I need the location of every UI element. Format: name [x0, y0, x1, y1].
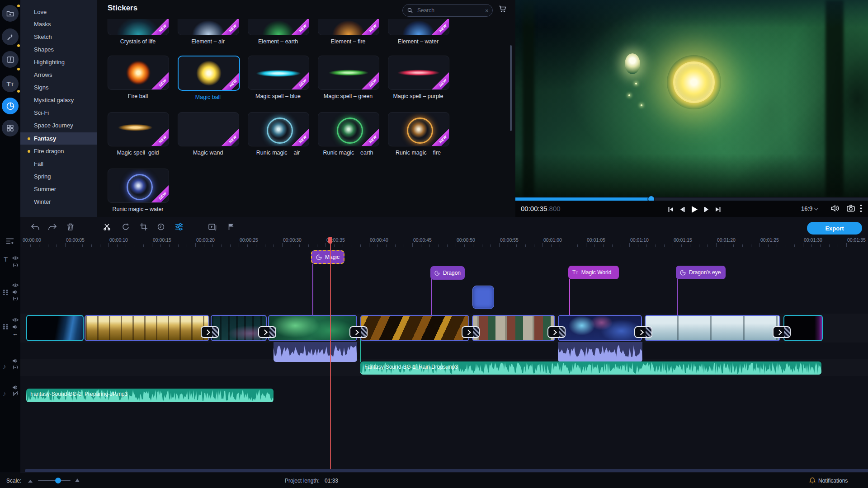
track-manager-icon[interactable] [6, 238, 14, 244]
more-tools-button[interactable] [2, 120, 19, 136]
linked-audio-waveform[interactable] [558, 342, 642, 362]
snapshot-camera-icon[interactable] [847, 205, 855, 212]
store-cart-icon[interactable] [499, 5, 507, 13]
sticker-cell[interactable]: NEWElement – fire [318, 19, 378, 45]
clip-properties-sliders-button[interactable] [174, 222, 184, 232]
sticker-clip-dragons-eye[interactable]: Dragon's eye [676, 266, 726, 279]
marker-flag-button[interactable] [226, 222, 236, 232]
sticker-cell[interactable]: NEWMagic spell – blue [248, 56, 308, 99]
category-mystical-galaxy[interactable]: Mystical galaxy [20, 94, 101, 106]
sticker-clip-dragon[interactable]: Dragon [430, 266, 465, 280]
transition-icon[interactable] [634, 326, 652, 338]
clear-search-icon[interactable]: × [485, 7, 489, 14]
go-to-end-button[interactable] [715, 206, 721, 212]
split-scissors-button[interactable] [102, 222, 112, 232]
scale-slider-track[interactable] [38, 480, 71, 481]
category-fall[interactable]: Fall [20, 158, 101, 170]
filters-button[interactable] [2, 28, 19, 45]
sticker-cell[interactable]: NEWElement – earth [248, 19, 308, 45]
notifications-bell-icon[interactable] [809, 477, 816, 484]
video-clip-5[interactable] [360, 315, 469, 341]
track-arrow-left-icon[interactable]: ← [12, 330, 18, 337]
zoom-out-button[interactable] [28, 480, 33, 483]
rotate-button[interactable] [121, 222, 131, 232]
volume-icon[interactable] [831, 205, 840, 212]
sticker-cell[interactable]: NEWElement – air [178, 19, 238, 45]
sticker-cell[interactable]: NEWMagic spell – green [318, 56, 378, 99]
track-visibility-eye-icon[interactable] [12, 318, 19, 322]
video-clip-2[interactable] [85, 315, 209, 341]
import-media-button[interactable] [2, 5, 19, 22]
search-input[interactable] [416, 7, 477, 14]
category-winter[interactable]: Winter [20, 196, 101, 208]
aspect-ratio-select[interactable]: 16:9 [801, 205, 818, 212]
video-clip-7[interactable] [558, 315, 642, 341]
category-signs[interactable]: Signs [20, 81, 101, 94]
playhead-line[interactable] [330, 237, 331, 469]
sticker-cell[interactable]: NEWRunic magic – fire [388, 112, 448, 156]
category-sci-fi[interactable]: Sci-Fi [20, 107, 101, 119]
track-mute-speaker-icon[interactable] [12, 290, 18, 295]
transitions-button[interactable] [2, 51, 19, 68]
transition-icon[interactable] [258, 326, 276, 338]
stickers-button[interactable] [2, 98, 19, 114]
stickers-scrollbar[interactable] [510, 45, 512, 131]
track-visibility-eye-icon[interactable] [12, 283, 19, 287]
track-link-icon[interactable] [12, 365, 19, 370]
sticker-clip-magic[interactable]: Magic [311, 250, 344, 264]
redo-button[interactable] [47, 222, 57, 232]
sticker-cell[interactable]: NEWRunic magic – air [248, 112, 308, 156]
scale-slider-knob[interactable] [55, 478, 61, 483]
next-frame-button[interactable] [704, 206, 709, 212]
export-button[interactable]: Export [807, 222, 862, 235]
sticker-cell[interactable]: NEWElement – water [388, 19, 448, 45]
transition-icon[interactable] [547, 326, 566, 338]
video-clip-1[interactable] [26, 315, 84, 341]
video-clip-8[interactable] [645, 315, 780, 341]
zoom-in-button[interactable] [75, 479, 80, 482]
search-box[interactable]: × [402, 4, 493, 17]
track-link-icon[interactable] [12, 296, 19, 301]
linked-audio-waveform[interactable] [274, 342, 357, 362]
delete-button[interactable] [65, 222, 75, 232]
clip-duration-clock-button[interactable] [156, 222, 166, 232]
sticker-cell[interactable]: NEWFire ball [108, 56, 168, 99]
category-masks[interactable]: Masks [20, 18, 101, 30]
category-fire-dragon[interactable]: Fire dragon [20, 145, 101, 157]
track-visibility-eye-icon[interactable] [12, 256, 19, 260]
track-mute-speaker-icon[interactable] [12, 385, 18, 390]
category-highlighting[interactable]: Highlighting [20, 56, 101, 68]
track-link-icon[interactable] [12, 263, 19, 267]
track-mute-speaker-icon[interactable] [12, 358, 18, 363]
overlay-clip[interactable] [472, 286, 494, 309]
title-clip-magic-world[interactable]: TT Magic World [568, 266, 619, 279]
category-shapes[interactable]: Shapes [20, 43, 101, 56]
sticker-cell[interactable]: NEWCrystals of life [108, 19, 168, 45]
track-mute-speaker-icon[interactable] [12, 324, 18, 329]
category-fantasy[interactable]: Fantasy [20, 132, 101, 145]
transition-icon[interactable] [349, 326, 368, 338]
category-arrows[interactable]: Arrows [20, 69, 101, 81]
preview-menu-kebab-icon[interactable] [860, 204, 862, 212]
timeline-horizontal-scrollbar[interactable] [25, 469, 868, 472]
track-link-off-icon[interactable] [12, 391, 19, 396]
category-sketch[interactable]: Sketch [20, 31, 101, 43]
category-love[interactable]: Love [20, 6, 101, 18]
timeline-ruler[interactable]: 00:00:00 00:00:05 00:00:10 00:00:15 00:0… [0, 236, 868, 247]
video-clip-4[interactable] [268, 315, 357, 341]
sticker-cell[interactable]: NEWMagic spell – purple [388, 56, 448, 99]
notifications-label[interactable]: Notifications [818, 478, 848, 484]
sticker-cell-selected[interactable]: NEWMagic ball [178, 56, 238, 100]
transition-icon[interactable] [773, 326, 791, 338]
playhead-marker[interactable] [328, 237, 332, 244]
category-space-journey[interactable]: Space Journey [20, 119, 101, 131]
sticker-cell[interactable]: NEWMagic spell–gold [108, 112, 168, 156]
video-clip-6[interactable] [472, 315, 555, 341]
undo-button[interactable] [30, 222, 40, 232]
audio-clip-preparing-jp[interactable]: Fantasy-Sound-BG-2_Preparing-JP.mp3 [26, 389, 274, 402]
sticker-cell[interactable]: NEWRunic magic – earth [318, 112, 378, 156]
go-to-start-button[interactable] [668, 206, 674, 212]
overlay-pip-button[interactable] [208, 222, 217, 232]
crop-button[interactable] [139, 222, 149, 232]
preview-seekbar[interactable] [515, 197, 868, 201]
